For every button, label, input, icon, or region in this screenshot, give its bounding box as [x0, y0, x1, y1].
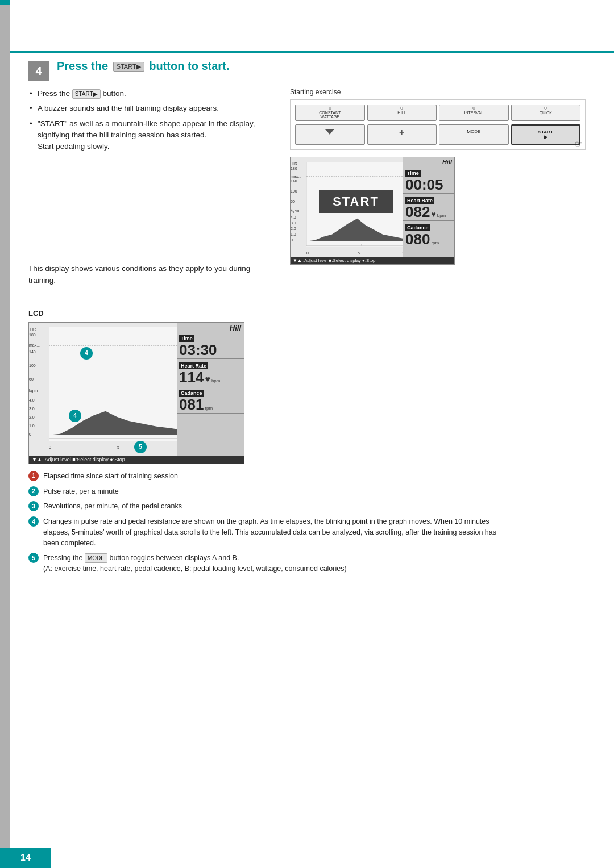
- annotation-5: 5: [134, 441, 147, 453]
- y-large-40: 4.0: [29, 398, 35, 402]
- page-number-bar: 14: [0, 848, 51, 868]
- lcd-large-heartrate-bpm: bpm: [211, 378, 221, 383]
- mode-inline-btn: MODE: [85, 553, 107, 563]
- two-column-layout: Press the START▶ button. A buzzer sounds…: [28, 88, 586, 286]
- start-btn[interactable]: START▶ ☞: [511, 124, 581, 145]
- lcd-cadance-rpm: rpm: [431, 240, 439, 245]
- y-large-140: 140: [29, 350, 36, 354]
- right-column: Starting exercise CONSTANTWATTAGE HILL: [290, 88, 586, 286]
- lcd-top-display: HR 180 max... 140 100 60 kg·m 4.0 3.0 2.…: [290, 157, 455, 265]
- legend-num-3: 3: [28, 501, 39, 511]
- heart-icon-large: ♥: [205, 374, 210, 385]
- lcd-large-time-section: Time 03:30: [177, 332, 244, 359]
- interval-btn[interactable]: INTERVAL: [439, 105, 509, 121]
- legend-item-5: 5 Pressing the MODE button toggles betwe…: [28, 553, 586, 574]
- lcd-cadance-section: Cadance 080 rpm: [403, 221, 454, 248]
- quick-btn[interactable]: QUICK: [511, 105, 581, 121]
- hill-btn[interactable]: HILL: [367, 105, 437, 121]
- btn-dot-3: [472, 107, 475, 110]
- lcd-heartrate-row: 082 ♥ bpm: [405, 205, 452, 219]
- lcd-large-display: HR 180 max... 140 100 60 kg·m 4.0 3.0 2.…: [28, 322, 244, 464]
- lcd-large-time-label: Time: [179, 335, 194, 342]
- y-large-10: 1.0: [29, 424, 35, 428]
- lcd-large-cadance-row: 081 rpm: [179, 397, 242, 412]
- lcd-large-time-value: 03:30: [179, 343, 242, 357]
- y-label-140: 140: [291, 179, 297, 183]
- down-arrow-icon: [325, 129, 334, 135]
- bullet-item-3: "START" as well as a mountain-like shape…: [28, 118, 273, 153]
- start-label: START▶: [513, 127, 579, 142]
- bullet-item-1: Press the START▶ button.: [28, 88, 273, 99]
- btn-dot-4: [544, 107, 547, 110]
- lcd-time-value: 00:05: [405, 177, 452, 192]
- y-large-kgm: kg·m: [29, 389, 38, 393]
- hill-label: HILL: [369, 111, 435, 115]
- y-label-180: 180: [291, 166, 297, 170]
- legend-num-1: 1: [28, 471, 39, 481]
- y-large-20: 2.0: [29, 415, 35, 419]
- y-axis-top: HR 180 max... 140 100 60 kg·m 4.0 3.0 2.…: [291, 162, 306, 247]
- y-large-180: 180: [29, 333, 36, 337]
- down-arrow-btn[interactable]: [295, 124, 365, 145]
- heart-icon: ♥: [431, 210, 435, 219]
- mode-buttons-row: CONSTANTWATTAGE HILL INTERVAL QUICK: [295, 105, 580, 121]
- interval-label: INTERVAL: [441, 111, 507, 115]
- step-header: 4 Press the START▶ button to start.: [28, 60, 586, 81]
- lcd-bottom-bar-large: ▼▲ :Adjust level ■:Select display ●:Stop: [29, 456, 244, 464]
- plus-btn[interactable]: +: [367, 124, 437, 145]
- legend-item-1: 1 Elapsed time since start of training s…: [28, 471, 586, 482]
- lcd-hill-label-large: Hill: [230, 324, 241, 332]
- y-label-20: 2.0: [291, 227, 296, 231]
- graph-svg-large: [49, 327, 193, 441]
- bottom-bar-text-large: ▼▲ :Adjust level ■:Select display ●:Stop: [32, 457, 125, 462]
- lcd-right-panel-top: Hill Time 00:05 Heart Rate 082 ♥: [403, 157, 454, 265]
- y-large-max: max...: [29, 343, 40, 347]
- nav-buttons-row: + MODE START▶ ☞: [295, 124, 580, 145]
- lcd-large-cadance-value: 081: [179, 397, 204, 412]
- constant-wattage-btn[interactable]: CONSTANTWATTAGE: [295, 105, 365, 121]
- y-label-100: 100: [291, 189, 297, 193]
- legend-num-4: 4: [28, 516, 39, 527]
- lcd-large-heartrate-section: Heart Rate 114 ♥ bpm: [177, 359, 244, 386]
- top-accent-line: [10, 51, 614, 53]
- bullet-item-2: A buzzer sounds and the hill training di…: [28, 103, 273, 114]
- quick-label: QUICK: [513, 111, 579, 115]
- x-large-5: 5: [117, 445, 119, 449]
- y-label-kgm: kg·m: [291, 208, 299, 212]
- y-label-40: 4.0: [291, 215, 296, 219]
- mode-btn[interactable]: MODE: [439, 124, 509, 145]
- lcd-large-cadance-section: Cadance 081 rpm: [177, 386, 244, 414]
- legend-num-2: 2: [28, 486, 39, 496]
- lcd-heartrate-bpm: bpm: [437, 213, 446, 218]
- y-label-max: max...: [291, 174, 301, 178]
- lcd-large-sections: Time 03:30 Heart Rate 114 ♥ bpm Cadance: [177, 332, 244, 414]
- y-axis-large: HR 180 max... 140 100 60 kg·m 4.0 3.0 2.…: [29, 327, 49, 441]
- lcd-bottom-bar-top: ▼▲ :Adjust level ■:Select display ●:Stop: [291, 257, 455, 264]
- legend-text-4: Changes in pulse rate and pedal resistan…: [43, 516, 509, 548]
- bullet-list: Press the START▶ button. A buzzer sounds…: [28, 88, 273, 152]
- lcd-section-header: LCD: [28, 309, 586, 318]
- exercise-panel: CONSTANTWATTAGE HILL INTERVAL QUICK: [290, 99, 586, 150]
- left-bar-teal-accent: [0, 0, 10, 5]
- y-label-60: 60: [291, 199, 295, 203]
- graph-area-large: 0 5 10 min 1 2 3 4 4: [49, 327, 194, 441]
- lcd-top-container: HR 180 max... 140 100 60 kg·m 4.0 3.0 2.…: [290, 157, 586, 265]
- main-content: 4 Press the START▶ button to start. Pres…: [28, 60, 586, 579]
- this-display-note: This display shows various conditions as…: [28, 263, 273, 286]
- btn-dot-2: [400, 107, 403, 110]
- y-large-100: 100: [29, 364, 36, 368]
- left-column: Press the START▶ button. A buzzer sounds…: [28, 88, 273, 286]
- start-overlay: START: [319, 190, 393, 213]
- step-title: Press the START▶ button to start.: [57, 60, 229, 72]
- y-large-hr: HR: [30, 327, 36, 331]
- lcd-large-cadance-label: Cadance: [179, 390, 204, 397]
- step-number: 4: [28, 61, 49, 81]
- lcd-right-panel-large: Hill Time 03:30 Heart Rate 114 ♥ bpm: [177, 323, 244, 464]
- lcd-hill-label-top: Hill: [442, 158, 452, 165]
- y-label-30: 3.0: [291, 221, 296, 225]
- legend-text-1: Elapsed time since start of training ses…: [43, 471, 178, 482]
- legend-num-5: 5: [28, 553, 39, 563]
- lcd-time-section-box: Time 00:05: [403, 166, 454, 194]
- y-large-0: 0: [29, 432, 31, 436]
- legend-text-5: Pressing the MODE button toggles between…: [43, 553, 347, 574]
